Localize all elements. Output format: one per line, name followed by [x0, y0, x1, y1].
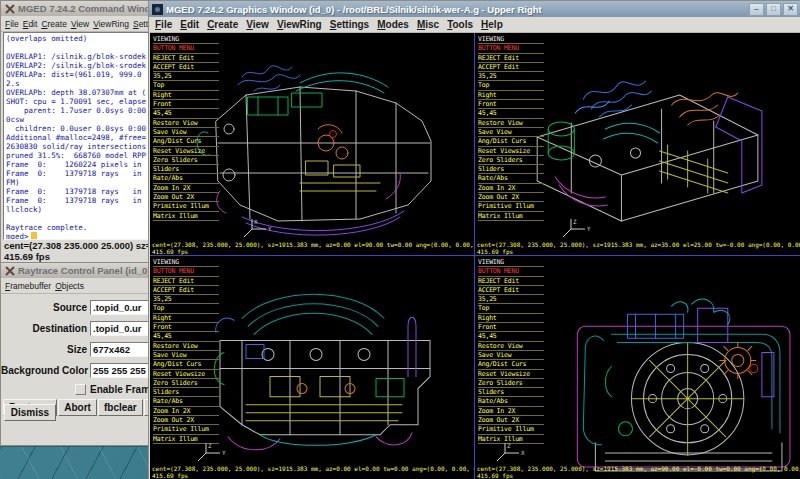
viewport-menu-item[interactable]: Top — [153, 81, 219, 90]
viewport-lower-right[interactable]: VIEWINGBUTTON MENUREJECT EditACCEPT Edit… — [475, 256, 800, 479]
dismiss-button[interactable]: Dismiss — [4, 404, 56, 421]
viewport-menu-item[interactable]: Matrix Illum — [478, 212, 544, 221]
viewport-menu-item[interactable]: Top — [478, 304, 544, 313]
viewport-menu-item[interactable]: 45,45 — [478, 332, 544, 341]
menu-item[interactable]: View — [242, 19, 273, 30]
menu-item[interactable]: Settings — [326, 19, 373, 30]
menu-item[interactable]: View — [69, 19, 91, 29]
viewport-menu-item[interactable]: Reset Viewsize — [478, 147, 544, 156]
maximize-icon[interactable]: □ — [766, 3, 781, 16]
graphics-window-titlebar[interactable]: MGED 7.24.2 Graphics Window (id_0) - /ro… — [149, 1, 800, 17]
menu-item[interactable]: Edit — [176, 19, 203, 30]
viewport-menu-item[interactable]: Zoom Out 2X — [478, 416, 544, 425]
viewport-menu-item[interactable]: Save View — [478, 128, 544, 137]
viewport-menu-item[interactable]: Sliders — [478, 388, 544, 397]
viewport-menu-item[interactable]: ACCEPT Edit — [153, 286, 219, 295]
viewport-menu-item[interactable]: Right — [478, 314, 544, 323]
menu-item[interactable]: Create — [203, 19, 242, 30]
menu-item[interactable]: Edit — [21, 19, 40, 29]
menu-item[interactable]: ViewRing — [273, 19, 326, 30]
viewport-menu-item[interactable]: 35,25 — [153, 72, 219, 81]
viewport-menu-item[interactable]: Save View — [478, 351, 544, 360]
pane-separator-horizontal[interactable] — [150, 255, 800, 256]
viewport-menu-item[interactable]: Reset Viewsize — [478, 370, 544, 379]
viewport-menu-item[interactable]: Zoom In 2X — [153, 184, 219, 193]
viewport-menu-item[interactable]: Top — [478, 81, 544, 90]
viewport-menu-item[interactable]: Front — [478, 323, 544, 332]
viewport-menu-item[interactable]: Rate/Abs — [478, 397, 544, 406]
viewport-menu-item[interactable]: Front — [478, 100, 544, 109]
viewport-menu-item[interactable]: Ang/Dist Curs — [478, 137, 544, 146]
viewport-menu-item[interactable]: Zoom In 2X — [478, 184, 544, 193]
viewport-upper-left[interactable]: VIEWINGBUTTON MENUREJECT EditACCEPT Edit… — [150, 33, 474, 255]
viewport-menu-item[interactable]: Ang/Dist Curs — [153, 360, 219, 369]
viewport-menu-item[interactable]: Restore View — [153, 119, 219, 128]
terminal-output[interactable]: (overlaps omitted)OVERLAP1: /silnik.g/bl… — [3, 32, 169, 240]
menu-item[interactable]: Framebuffer — [3, 281, 53, 291]
viewport-menu-item[interactable]: Front — [153, 323, 219, 332]
viewport-menu-item[interactable]: Zero Sliders — [478, 156, 544, 165]
viewport-menu-item[interactable]: Zoom In 2X — [153, 407, 219, 416]
viewport-menu-item[interactable]: Right — [153, 91, 219, 100]
viewport-menu-item[interactable]: Primitive Illum — [478, 425, 544, 434]
viewport-menu-item[interactable]: ACCEPT Edit — [153, 63, 219, 72]
viewport-menu-item[interactable]: Restore View — [478, 342, 544, 351]
viewport-menu-item[interactable]: Top — [153, 304, 219, 313]
viewport-menu-item[interactable]: Zero Sliders — [153, 379, 219, 388]
viewport-menu-item[interactable]: 45,45 — [153, 109, 219, 118]
viewport-menu-item[interactable]: Sliders — [153, 165, 219, 174]
menu-item[interactable]: Modes — [373, 19, 413, 30]
viewport-menu-item[interactable]: Matrix Illum — [153, 212, 219, 221]
viewport-menu-item[interactable]: Ang/Dist Curs — [153, 137, 219, 146]
viewport-menu-item[interactable]: 45,45 — [153, 332, 219, 341]
viewport-menu-item[interactable]: VIEWING — [478, 35, 544, 44]
viewport-menu-item[interactable]: Zoom Out 2X — [153, 416, 219, 425]
pane-separator-vertical[interactable] — [474, 33, 475, 479]
viewport-menu-item[interactable]: 35,25 — [478, 295, 544, 304]
menu-item[interactable]: Tools — [443, 19, 477, 30]
viewport-menu-item[interactable]: BUTTON MENU — [153, 44, 219, 53]
viewport-menu-item[interactable]: BUTTON MENU — [153, 267, 219, 276]
menu-item[interactable]: Objects — [53, 281, 86, 291]
viewport-menu-item[interactable]: Zoom Out 2X — [478, 193, 544, 202]
viewport-menu-item[interactable]: VIEWING — [478, 258, 544, 267]
viewport-menu-item[interactable]: Right — [153, 314, 219, 323]
menu-item[interactable]: File — [151, 19, 176, 30]
viewport-menu-item[interactable]: 45,45 — [478, 109, 544, 118]
menu-item[interactable]: Create — [39, 19, 69, 29]
viewport-menu-item[interactable]: Zero Sliders — [478, 379, 544, 388]
viewport-menu-item[interactable]: Primitive Illum — [478, 202, 544, 211]
close-icon[interactable]: ✕ — [783, 3, 798, 16]
minimize-icon[interactable]: – — [749, 3, 764, 16]
viewport-menu-item[interactable]: Reset Viewsize — [153, 370, 219, 379]
viewport-menu-item[interactable]: ACCEPT Edit — [478, 286, 544, 295]
viewport-menu-item[interactable]: Zero Sliders — [153, 156, 219, 165]
viewport-menu-item[interactable]: REJECT Edit — [153, 277, 219, 286]
menu-item[interactable]: Help — [477, 19, 507, 30]
viewport-menu-item[interactable]: Zoom Out 2X — [153, 193, 219, 202]
viewport-menu-item[interactable]: BUTTON MENU — [478, 44, 544, 53]
menu-item[interactable]: Misc — [413, 19, 443, 30]
viewport-menu-item[interactable]: BUTTON MENU — [478, 267, 544, 276]
viewport-menu-item[interactable]: REJECT Edit — [478, 277, 544, 286]
viewport-menu-item[interactable]: REJECT Edit — [153, 54, 219, 63]
fbclear-button[interactable]: fbclear — [98, 399, 143, 416]
viewport-menu-item[interactable]: Zoom In 2X — [478, 407, 544, 416]
abort-button[interactable]: Abort — [58, 399, 97, 416]
viewport-menu-item[interactable]: Primitive Illum — [153, 202, 219, 211]
viewport-menu-item[interactable]: VIEWING — [153, 35, 219, 44]
viewport-upper-right[interactable]: VIEWINGBUTTON MENUREJECT EditACCEPT Edit… — [475, 33, 800, 255]
viewport-menu-item[interactable]: Reset Viewsize — [153, 147, 219, 156]
viewport-menu-item[interactable]: Rate/Abs — [478, 174, 544, 183]
viewport-menu-item[interactable]: Ang/Dist Curs — [478, 360, 544, 369]
viewport-menu-item[interactable]: Restore View — [153, 342, 219, 351]
viewport-menu-item[interactable]: Front — [153, 100, 219, 109]
viewport-menu-item[interactable]: Rate/Abs — [153, 174, 219, 183]
viewport-menu-item[interactable]: Right — [478, 91, 544, 100]
viewport-lower-left[interactable]: VIEWINGBUTTON MENUREJECT EditACCEPT Edit… — [150, 256, 474, 479]
viewport-menu-item[interactable]: Restore View — [478, 119, 544, 128]
viewport-menu-item[interactable]: Primitive Illum — [153, 425, 219, 434]
menu-item[interactable]: ViewRing — [91, 19, 131, 29]
viewport-menu-item[interactable]: REJECT Edit — [478, 54, 544, 63]
viewport-menu-item[interactable]: Rate/Abs — [153, 397, 219, 406]
